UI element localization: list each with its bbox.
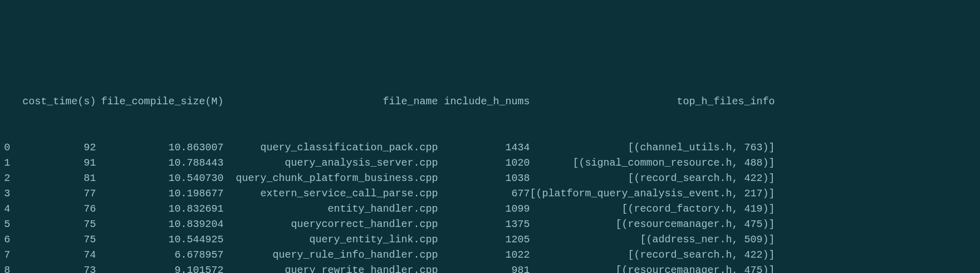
cell-file-name: query_rule_info_handler.cpp: [224, 247, 438, 263]
cell-cost-time: 76: [19, 201, 96, 217]
cell-include-h-nums: 981: [438, 263, 530, 273]
cell-index: 8: [4, 263, 19, 273]
cell-top-h-files-info: [(signal_common_resource.h, 488)]: [530, 155, 775, 171]
cell-include-h-nums: 1038: [438, 171, 530, 186]
table-row: 67510.544925query_entity_link.cpp1205[(a…: [4, 232, 976, 247]
header-cost-time: cost_time(s): [19, 94, 96, 109]
table-row: 8739.101572query_rewrite_handler.cpp981[…: [4, 263, 976, 273]
cell-include-h-nums: 1020: [438, 155, 530, 171]
header-file-compile-size: file_compile_size(M): [96, 94, 224, 109]
cell-index: 2: [4, 171, 19, 186]
cell-top-h-files-info: [(record_search.h, 422)]: [530, 247, 775, 263]
cell-top-h-files-info: [(record_factory.h, 419)]: [530, 201, 775, 217]
cell-file-compile-size: 10.832691: [96, 201, 224, 217]
cell-index: 4: [4, 201, 19, 217]
cell-file-compile-size: 6.678957: [96, 247, 224, 263]
cell-file-compile-size: 10.839204: [96, 217, 224, 232]
cell-file-compile-size: 10.788443: [96, 155, 224, 171]
cell-include-h-nums: 677: [438, 186, 530, 201]
header-top-h-files-info: top_h_files_info: [530, 94, 775, 109]
cell-file-name: query_rewrite_handler.cpp: [224, 263, 438, 273]
cell-cost-time: 77: [19, 186, 96, 201]
cell-file-compile-size: 10.198677: [96, 186, 224, 201]
cell-index: 6: [4, 232, 19, 247]
cell-cost-time: 91: [19, 155, 96, 171]
header-row: cost_time(s) file_compile_size(M) file_n…: [4, 94, 976, 109]
cell-cost-time: 75: [19, 217, 96, 232]
cell-include-h-nums: 1375: [438, 217, 530, 232]
cell-top-h-files-info: [(address_ner.h, 509)]: [530, 232, 775, 247]
cell-index: 0: [4, 140, 19, 155]
header-index: [4, 94, 19, 109]
cell-include-h-nums: 1022: [438, 247, 530, 263]
header-include-h-nums: include_h_nums: [438, 94, 530, 109]
table-row: 47610.832691entity_handler.cpp1099[(reco…: [4, 201, 976, 217]
cell-index: 5: [4, 217, 19, 232]
cell-index: 7: [4, 247, 19, 263]
cell-cost-time: 73: [19, 263, 96, 273]
table-row: 28110.540730query_chunk_platform_busines…: [4, 171, 976, 186]
cell-top-h-files-info: [(channel_utils.h, 763)]: [530, 140, 775, 155]
dataframe-output: cost_time(s) file_compile_size(M) file_n…: [4, 63, 976, 273]
table-row: 19110.788443query_analysis_server.cpp102…: [4, 155, 976, 171]
cell-file-name: querycorrect_handler.cpp: [224, 217, 438, 232]
cell-file-name: entity_handler.cpp: [224, 201, 438, 217]
cell-file-name: query_entity_link.cpp: [224, 232, 438, 247]
cell-top-h-files-info: [(resourcemanager.h, 475)]: [530, 217, 775, 232]
cell-index: 3: [4, 186, 19, 201]
table-row: 57510.839204querycorrect_handler.cpp1375…: [4, 217, 976, 232]
cell-include-h-nums: 1099: [438, 201, 530, 217]
cell-top-h-files-info: [(record_search.h, 422)]: [530, 171, 775, 186]
cell-file-compile-size: 10.544925: [96, 232, 224, 247]
cell-include-h-nums: 1434: [438, 140, 530, 155]
cell-file-compile-size: 10.863007: [96, 140, 224, 155]
cell-file-name: extern_service_call_parse.cpp: [224, 186, 438, 201]
cell-file-name: query_chunk_platform_business.cpp: [224, 171, 438, 186]
cell-top-h-files-info: [(platform_query_analysis_event.h, 217)]: [530, 186, 775, 201]
table-row: 09210.863007query_classification_pack.cp…: [4, 140, 976, 155]
cell-include-h-nums: 1205: [438, 232, 530, 247]
cell-cost-time: 74: [19, 247, 96, 263]
cell-cost-time: 81: [19, 171, 96, 186]
cell-cost-time: 92: [19, 140, 96, 155]
cell-file-compile-size: 9.101572: [96, 263, 224, 273]
cell-file-compile-size: 10.540730: [96, 171, 224, 186]
table-row: 7746.678957query_rule_info_handler.cpp10…: [4, 247, 976, 263]
cell-file-name: query_classification_pack.cpp: [224, 140, 438, 155]
cell-index: 1: [4, 155, 19, 171]
cell-file-name: query_analysis_server.cpp: [224, 155, 438, 171]
header-file-name: file_name: [224, 94, 438, 109]
table-row: 37710.198677extern_service_call_parse.cp…: [4, 186, 976, 201]
cell-top-h-files-info: [(resourcemanager.h, 475)]: [530, 263, 775, 273]
cell-cost-time: 75: [19, 232, 96, 247]
